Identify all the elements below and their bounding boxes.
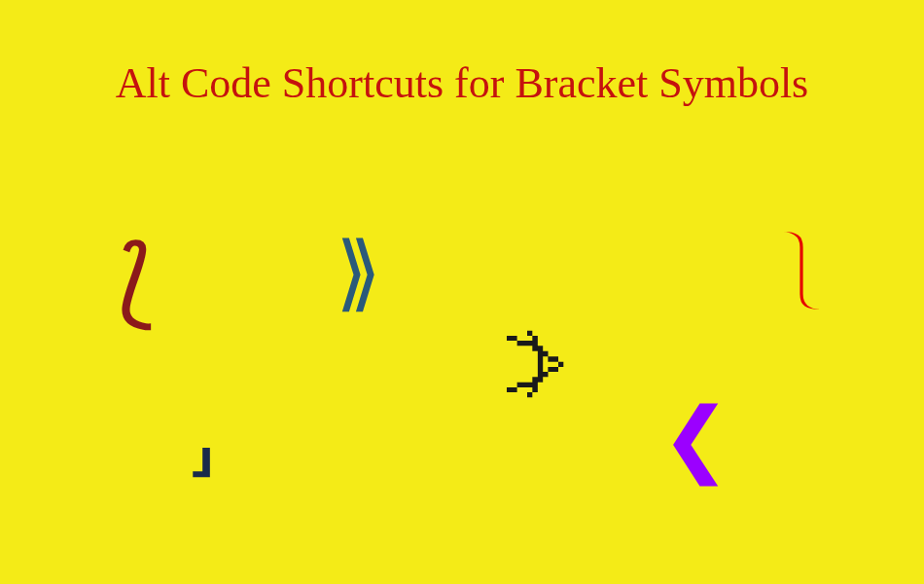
page-title: Alt Code Shortcuts for Bracket Symbols: [0, 58, 924, 108]
bracket-symbol-4: ⦔: [491, 311, 574, 407]
bracket-symbol-3: ⎱: [778, 224, 825, 312]
bracket-symbol-1: ⟅: [117, 224, 155, 338]
bracket-symbol-5: ⸥: [185, 389, 217, 486]
bracket-symbol-2: ⟫: [336, 224, 381, 320]
bracket-symbol-6: ❮: [661, 389, 730, 486]
